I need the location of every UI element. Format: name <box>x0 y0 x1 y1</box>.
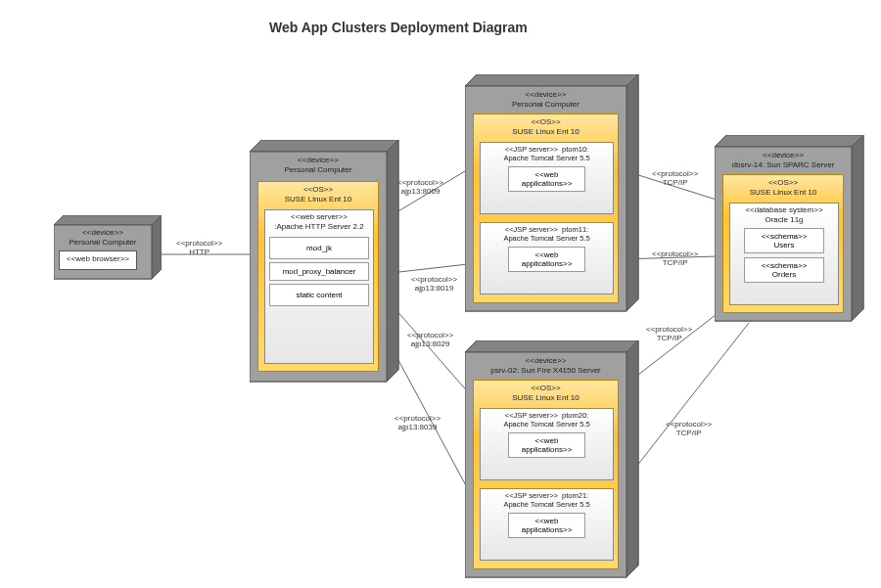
node-client: <<device>> Personal Computer <<web brows… <box>54 225 152 279</box>
svg-marker-23 <box>626 340 638 577</box>
svg-marker-10 <box>54 215 162 225</box>
protocol-ajp4: <<protocol>>ajp13:8039 <box>394 415 440 432</box>
client-browser: <<web browser>> <box>59 250 137 270</box>
db-system: <<database system>> Oracle 11g <<schema>… <box>729 203 839 305</box>
svg-marker-11 <box>152 215 162 279</box>
svg-marker-18 <box>465 74 638 86</box>
bottom-jsp2-apps: <<web applications>> <box>508 513 585 538</box>
protocol-tcp2: <<protocol>>TCP/IP <box>652 250 698 268</box>
http-name: Personal Computer <box>285 165 352 174</box>
db-schema1: <<schema>>Users <box>744 228 824 253</box>
top-jsp2: <<JSP server>> ptom11: Apache Tomcat Ser… <box>480 222 614 294</box>
bottom-jsp1: <<JSP server>> ptom20: Apache Tomcat Ser… <box>480 408 614 480</box>
protocol-ajp3: <<protocol>>ajp13:8029 <box>407 332 453 349</box>
client-stereotype: <<device>> <box>82 228 123 237</box>
top-jsp1: <<JSP server>> ptom10: Apache Tomcat Ser… <box>480 142 614 214</box>
svg-marker-19 <box>626 74 638 311</box>
node-top-tomcat: <<device>> Personal Computer <<OS>> SUSE… <box>465 86 626 311</box>
http-webserver: <<web server>> :Apache HTTP Server 2.2 m… <box>264 209 374 364</box>
svg-marker-26 <box>715 135 863 147</box>
top-jsp2-apps: <<web applications>> <box>508 247 585 272</box>
node-bottom-tomcat: <<device>> psrv-02: Sun Fire X4150 Serve… <box>465 352 626 577</box>
protocol-ajp2: <<protocol>>ajp13:8019 <box>411 276 457 294</box>
top-os: <<OS>> SUSE Linux Ent 10 <<JSP server>> … <box>473 113 619 303</box>
http-mod0: mod_jk <box>269 237 369 259</box>
http-mod1: mod_proxy_balancer <box>269 262 369 281</box>
svg-marker-15 <box>387 140 398 382</box>
db-os: <<OS>> SUSE Linux Ent 10 <<database syst… <box>722 174 844 313</box>
svg-marker-14 <box>250 140 398 152</box>
bottom-os: <<OS>> SUSE Linux Ent 10 <<JSP server>> … <box>473 380 619 569</box>
svg-marker-27 <box>852 135 863 321</box>
svg-marker-22 <box>465 340 638 352</box>
top-jsp1-apps: <<web applications>> <box>508 166 585 192</box>
http-os: <<OS>> SUSE Linux Ent 10 <<web server>> … <box>257 181 379 372</box>
bottom-jsp2: <<JSP server>> ptom21: Apache Tomcat Ser… <box>480 488 614 561</box>
diagram-canvas: <<protocol>>HTTP <<protocol>>ajp13:8009 … <box>0 0 881 588</box>
client-name: Personal Computer <box>70 238 137 247</box>
http-mod2: static content <box>269 284 369 306</box>
node-db: <<device>> dbsrv-14: Sun SPARC Server <<… <box>715 147 852 321</box>
protocol-tcp1: <<protocol>>TCP/IP <box>652 170 698 188</box>
protocol-ajp1: <<protocol>>ajp13:8009 <box>397 179 443 197</box>
bottom-jsp1-apps: <<web applications>> <box>508 432 585 458</box>
db-schema2: <<schema>>Orders <box>744 257 824 283</box>
protocol-tcp3: <<protocol>>TCP/IP <box>646 326 692 343</box>
node-http-server: <<device>> Personal Computer <<OS>> SUSE… <box>250 152 387 382</box>
http-stereotype: <<device>> <box>298 156 339 164</box>
protocol-http: <<protocol>>HTTP <box>176 240 222 257</box>
protocol-tcp4: <<protocol>>TCP/IP <box>666 421 712 438</box>
